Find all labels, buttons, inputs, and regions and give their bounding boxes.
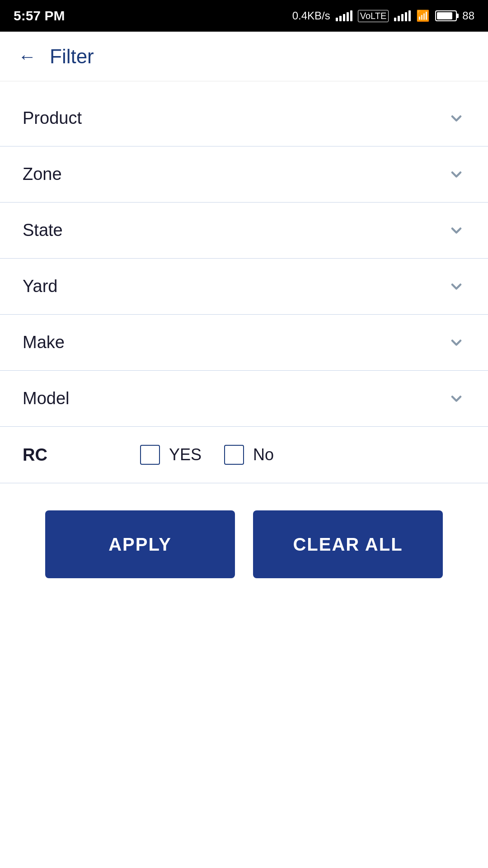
make-label: Make: [23, 333, 65, 352]
product-label: Product: [23, 108, 82, 128]
filter-model[interactable]: Model: [0, 371, 488, 427]
chevron-down-icon: [447, 165, 465, 184]
rc-no-checkbox-box[interactable]: [224, 445, 244, 465]
model-label: Model: [23, 389, 70, 408]
state-label: State: [23, 221, 63, 240]
battery-icon: [435, 10, 457, 21]
rc-label: RC: [23, 445, 77, 465]
back-button[interactable]: ←: [14, 43, 50, 70]
chevron-down-icon: [447, 109, 465, 127]
rc-yes-checkbox[interactable]: YES: [140, 445, 202, 465]
filter-rc: RC YES No: [0, 427, 488, 483]
status-time: 5:57 PM: [14, 8, 65, 24]
action-buttons: APPLY CLEAR ALL: [0, 483, 488, 605]
volte-label: VoLTE: [358, 10, 389, 22]
battery-level: 88: [462, 9, 474, 22]
chevron-down-icon: [447, 278, 465, 296]
apply-button[interactable]: APPLY: [45, 510, 235, 578]
network-speed: 0.4KB/s: [292, 9, 330, 22]
wifi-icon: 📶: [416, 9, 430, 22]
filter-state[interactable]: State: [0, 203, 488, 259]
chevron-down-icon: [447, 222, 465, 240]
clear-all-button[interactable]: CLEAR ALL: [253, 510, 443, 578]
rc-yes-checkbox-box[interactable]: [140, 445, 160, 465]
rc-checkbox-group: YES No: [140, 445, 274, 465]
rc-yes-label: YES: [169, 445, 202, 464]
status-bar: 5:57 PM 0.4KB/s VoLTE 📶 88: [0, 0, 488, 32]
filter-zone[interactable]: Zone: [0, 146, 488, 203]
chevron-down-icon: [447, 390, 465, 408]
filter-yard[interactable]: Yard: [0, 259, 488, 315]
filter-content: Product Zone State Yard Make Model: [0, 81, 488, 614]
page-header: ← Filter: [0, 32, 488, 81]
zone-label: Zone: [23, 165, 62, 184]
rc-no-checkbox[interactable]: No: [224, 445, 274, 465]
yard-label: Yard: [23, 277, 57, 296]
filter-product[interactable]: Product: [0, 90, 488, 146]
signal-bars-1: [336, 10, 352, 21]
back-arrow-icon: ←: [18, 47, 36, 66]
page-title: Filter: [50, 45, 94, 68]
rc-no-label: No: [253, 445, 274, 464]
chevron-down-icon: [447, 334, 465, 352]
filter-make[interactable]: Make: [0, 315, 488, 371]
signal-bars-2: [394, 10, 411, 21]
status-right: 0.4KB/s VoLTE 📶 88: [292, 9, 474, 22]
